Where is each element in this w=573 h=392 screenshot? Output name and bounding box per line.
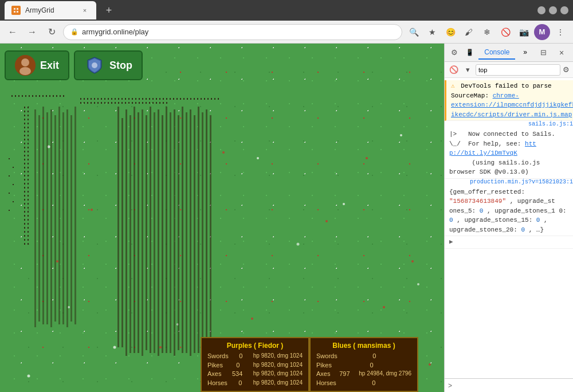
maximize-button[interactable] <box>549 6 557 14</box>
devtools-settings-icon[interactable]: ⚙ <box>448 45 461 61</box>
minimize-button[interactable] <box>537 6 545 14</box>
score-panels: Purples ( Fiedor ) Swords 0 hp 9820, dmg… <box>201 337 418 392</box>
reload-button[interactable]: ↻ <box>44 24 60 40</box>
purples-panel-title: Purples ( Fiedor ) <box>207 342 303 350</box>
purples-axes-count: 534 <box>232 370 242 378</box>
browser-titlebar: ArmyGrid × + <box>0 0 573 21</box>
sails-source-link[interactable]: sails.io.js:1 <box>445 121 573 127</box>
menu-icon[interactable]: ⋮ <box>552 24 568 40</box>
exit-button[interactable]: Exit <box>5 50 69 80</box>
svg-point-226 <box>19 67 31 75</box>
blues-axes-row: Axes 797 hp 24984, dmg 2796 <box>316 370 411 378</box>
purples-horses-row: Horses 0 hp 9820, dmg 1024 <box>207 379 303 387</box>
devtools-content: ⚠ DevTools failed to parse SourceMap: ch… <box>445 78 573 378</box>
stop-button[interactable]: Stop <box>74 50 143 80</box>
close-window-button[interactable] <box>560 6 568 14</box>
console-prompt-icon: > <box>448 382 452 390</box>
blues-axes-stats: hp 24984, dmg 2796 <box>359 370 411 378</box>
forward-button[interactable]: → <box>24 24 40 40</box>
purples-swords-row: Swords 0 hp 9820, dmg 1024 <box>207 352 303 360</box>
devtools-header: ⚙ 📱 Console » ⊟ × <box>445 44 573 62</box>
paint-icon[interactable]: 🖌 <box>461 24 477 40</box>
exit-avatar-icon <box>15 55 36 76</box>
blues-score-panel: Blues ( mansimas ) Swords 0 Pikes 0 Axes… <box>309 337 418 392</box>
url-text: armygrid.online/play <box>82 28 148 36</box>
svg-rect-3 <box>14 11 15 13</box>
tab-close-icon[interactable]: × <box>80 6 89 15</box>
exit-button-label: Exit <box>40 60 59 72</box>
back-button[interactable]: ← <box>5 24 21 40</box>
window-controls <box>537 6 568 14</box>
new-tab-button[interactable]: + <box>101 2 117 18</box>
svg-rect-0 <box>13 7 19 14</box>
purples-pikes-count: 0 <box>236 361 240 370</box>
help-link[interactable]: htt p://bit.ly/1DmTvqK <box>449 140 536 157</box>
console-input[interactable] <box>454 382 570 390</box>
block-icon[interactable]: 🚫 <box>497 24 513 40</box>
svg-rect-1 <box>14 8 15 10</box>
devtools-close-icon[interactable]: × <box>554 45 570 61</box>
camera-icon[interactable]: 📷 <box>516 24 532 40</box>
svg-point-227 <box>92 62 97 68</box>
console-object-entry: {gem_offer_resetted: "1568734613849" , u… <box>445 186 573 237</box>
tab-favicon-icon <box>11 6 21 15</box>
object-string-val: "1568734613849" <box>449 198 506 205</box>
purples-horses-stats: hp 9820, dmg 1024 <box>253 379 303 387</box>
devtools-gear-icon[interactable]: ⚙ <box>563 65 570 74</box>
obj-num1: 0 <box>480 207 484 214</box>
purples-pikes-label: Pikes <box>207 361 223 370</box>
browser-tab[interactable]: ArmyGrid × <box>5 1 96 19</box>
obj-num3: 0 <box>536 217 540 224</box>
devtools-clear-icon[interactable]: 🚫 <box>448 65 460 74</box>
blues-swords-count: 0 <box>372 352 376 360</box>
blues-panel-title: Blues ( mansimas ) <box>316 342 411 350</box>
purples-swords-label: Swords <box>207 352 229 360</box>
blues-horses-count: 0 <box>372 379 375 387</box>
freeze-icon[interactable]: ❄ <box>479 24 495 40</box>
devtools-panel: ⚙ 📱 Console » ⊟ × 🚫 ▾ ⚙ ⚠ DevTools faile… <box>444 44 573 392</box>
bookmark-icon[interactable]: ★ <box>424 24 440 40</box>
lock-icon: 🔒 <box>70 28 79 36</box>
toolbar-icons: 🔍 ★ 😊 🖌 ❄ 🚫 📷 M ⋮ <box>406 24 568 40</box>
object-rest2: , upgrade_stones_1 0: <box>487 207 567 214</box>
object-text: {gem_offer_resetted: <box>449 189 525 195</box>
address-bar[interactable]: 🔒 armygrid.online/play <box>63 24 402 40</box>
game-area: Exit Stop Purples ( Fiedor ) Swords <box>0 44 444 392</box>
devtools-toolbar: 🚫 ▾ ⚙ <box>445 62 573 78</box>
obj-num2: 0 <box>449 217 453 224</box>
expand-triangle-icon[interactable]: ▶ <box>449 237 453 247</box>
browser-toolbar: ← → ↻ 🔒 armygrid.online/play 🔍 ★ 😊 🖌 ❄ 🚫… <box>0 21 573 44</box>
console-connected-entry: |> Now connected to Sails. \_/ For help,… <box>445 128 573 179</box>
devtools-filter-input[interactable] <box>476 64 560 76</box>
object-rest3: , upgrade_stones_15: <box>457 217 536 224</box>
search-icon[interactable]: 🔍 <box>406 24 422 40</box>
main-area: Exit Stop Purples ( Fiedor ) Swords <box>0 44 573 392</box>
blues-swords-row: Swords 0 <box>316 352 411 360</box>
purples-horses-count: 0 <box>238 379 242 387</box>
user-avatar[interactable]: M <box>534 24 550 40</box>
devtools-filter-icon[interactable]: ▾ <box>462 65 473 74</box>
svg-rect-4 <box>17 11 18 13</box>
warning-icon: ⚠ <box>451 83 455 89</box>
blues-axes-label: Axes <box>316 370 330 378</box>
connected-text: |> Now connected to Sails. \_/ For help,… <box>449 131 555 175</box>
purples-axes-stats: hp 9820, dmg 1024 <box>253 370 303 378</box>
obj-num4: 0 <box>521 226 525 233</box>
devtools-dock-icon[interactable]: ⊟ <box>535 45 551 61</box>
production-source-link[interactable]: production.min.js?v=15821023:1 <box>445 179 573 185</box>
svg-rect-2 <box>17 8 18 10</box>
blues-horses-label: Horses <box>316 379 336 387</box>
object-end: , …} <box>529 226 544 233</box>
devtools-tab-more[interactable]: » <box>517 46 533 60</box>
devtools-mobile-icon[interactable]: 📱 <box>464 45 477 61</box>
purples-pikes-stats: hp 9820, dmg 1024 <box>253 361 303 370</box>
stop-button-label: Stop <box>109 60 132 72</box>
purples-horses-label: Horses <box>207 379 227 387</box>
purples-axes-label: Axes <box>207 370 221 378</box>
console-expand-entry[interactable]: ▶ <box>445 236 573 249</box>
blues-horses-row: Horses 0 <box>316 379 411 387</box>
devtools-tab-console[interactable]: Console <box>478 46 515 60</box>
emoji-icon[interactable]: 😊 <box>442 24 458 40</box>
purples-score-panel: Purples ( Fiedor ) Swords 0 hp 9820, dmg… <box>201 337 309 392</box>
game-ui-buttons: Exit Stop <box>5 50 143 80</box>
